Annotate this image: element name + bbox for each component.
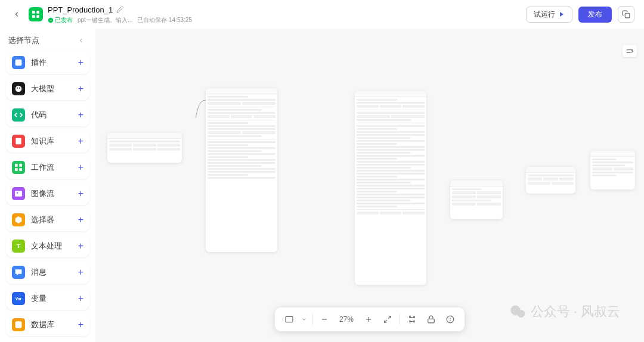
- add-node-button[interactable]: +: [78, 57, 83, 68]
- back-button[interactable]: [10, 7, 24, 21]
- node-item-message[interactable]: 消息 +: [6, 261, 89, 284]
- app-description: ppt一键生成。输入...: [78, 16, 132, 24]
- canvas-controls: 27%: [275, 307, 465, 331]
- svg-rect-14: [15, 168, 18, 171]
- lock-button[interactable]: [424, 312, 438, 327]
- zoom-in-button[interactable]: [361, 312, 376, 327]
- layout-button[interactable]: [282, 312, 296, 327]
- svg-marker-5: [560, 12, 564, 17]
- canvas[interactable]: 27% 公众号 · 风叔云: [95, 29, 644, 342]
- test-run-button[interactable]: 试运行: [526, 7, 572, 23]
- chevron-down-icon[interactable]: [301, 316, 307, 322]
- add-node-button[interactable]: +: [78, 136, 83, 147]
- svg-line-27: [388, 316, 391, 319]
- svg-rect-2: [32, 15, 35, 18]
- workflow-node-4[interactable]: [526, 167, 575, 194]
- node-label: 数据库: [31, 319, 78, 330]
- sidebar: 选择节点 插件 + 大模型 + 代码 + 知识库 + 工作流 +: [0, 29, 95, 342]
- svg-rect-15: [19, 168, 22, 171]
- help-button[interactable]: [443, 312, 457, 327]
- svg-point-32: [413, 321, 414, 322]
- svg-rect-12: [15, 164, 18, 167]
- text-icon: T: [12, 240, 25, 253]
- workflow-node-llm-2[interactable]: [355, 91, 426, 285]
- auto-layout-button[interactable]: [405, 312, 419, 327]
- node-item-llm[interactable]: 大模型 +: [6, 77, 89, 100]
- workflow-icon: [12, 161, 25, 174]
- workflow-nodes: [95, 29, 644, 342]
- node-item-workflow[interactable]: 工作流 +: [6, 156, 89, 179]
- selector-icon: [12, 213, 25, 226]
- node-item-text[interactable]: T 文本处理 +: [6, 235, 89, 257]
- svg-rect-0: [32, 11, 35, 14]
- add-node-button[interactable]: +: [78, 267, 83, 278]
- sidebar-title: 选择节点: [8, 35, 39, 46]
- workflow-node-start[interactable]: [107, 133, 182, 163]
- svg-point-9: [17, 88, 18, 89]
- node-label: 图像流: [31, 188, 78, 199]
- svg-rect-3: [36, 15, 39, 18]
- add-node-button[interactable]: +: [78, 110, 83, 120]
- svg-point-31: [409, 321, 410, 322]
- zoom-level: 27%: [336, 315, 357, 324]
- workflow-node-llm[interactable]: [206, 88, 277, 252]
- add-node-button[interactable]: +: [78, 214, 83, 225]
- svg-rect-11: [16, 138, 21, 145]
- svg-rect-16: [15, 191, 22, 196]
- svg-text:T: T: [17, 243, 20, 249]
- svg-rect-35: [428, 319, 435, 322]
- node-item-knowledge[interactable]: 知识库 +: [6, 130, 89, 153]
- workflow-node-end[interactable]: [590, 151, 635, 189]
- svg-rect-13: [19, 164, 22, 167]
- svg-point-38: [450, 321, 451, 321]
- node-label: 文本处理: [31, 241, 78, 251]
- node-label: 代码: [31, 110, 78, 120]
- node-label: 选择器: [31, 214, 78, 225]
- svg-point-17: [17, 192, 18, 194]
- add-node-button[interactable]: +: [78, 83, 83, 94]
- llm-icon: [12, 82, 25, 95]
- imageflow-icon: [12, 187, 25, 200]
- svg-point-29: [409, 316, 410, 318]
- knowledge-icon: [12, 135, 25, 148]
- add-node-button[interactable]: +: [78, 241, 83, 251]
- sub-row: 已发布 ppt一键生成。输入... 已自动保存 14:53:25: [48, 16, 192, 24]
- fit-view-button[interactable]: [380, 312, 395, 327]
- published-badge: 已发布: [48, 16, 73, 24]
- workflow-node-3[interactable]: [450, 181, 503, 219]
- title-block: PPT_Production_1 已发布 ppt一键生成。输入... 已自动保存…: [48, 5, 192, 24]
- plugin-icon: [12, 56, 25, 69]
- node-item-selector[interactable]: 选择器 +: [6, 209, 89, 231]
- node-item-plugin[interactable]: 插件 +: [6, 51, 89, 74]
- svg-point-8: [16, 86, 22, 92]
- svg-rect-7: [16, 60, 22, 66]
- node-label: 大模型: [31, 83, 78, 94]
- database-icon: [12, 318, 25, 331]
- add-node-button[interactable]: +: [78, 162, 83, 173]
- add-node-button[interactable]: +: [78, 188, 83, 199]
- copy-button[interactable]: [618, 6, 634, 23]
- node-item-imageflow[interactable]: 图像流 +: [6, 182, 89, 205]
- publish-button[interactable]: 发布: [578, 7, 612, 23]
- node-label: 知识库: [31, 136, 78, 147]
- svg-rect-23: [286, 316, 293, 322]
- node-item-code[interactable]: 代码 +: [6, 104, 89, 126]
- node-item-variable[interactable]: Var 变量 +: [6, 287, 89, 310]
- topbar: PPT_Production_1 已发布 ppt一键生成。输入... 已自动保存…: [0, 0, 644, 29]
- svg-rect-6: [625, 13, 630, 18]
- node-label: 变量: [31, 293, 78, 304]
- add-node-button[interactable]: +: [78, 319, 83, 330]
- add-node-button[interactable]: +: [78, 293, 83, 304]
- svg-point-30: [413, 316, 414, 318]
- node-label: 插件: [31, 57, 78, 68]
- svg-line-28: [385, 320, 387, 322]
- edit-icon[interactable]: [116, 5, 123, 15]
- app-icon: [29, 7, 43, 21]
- collapse-button[interactable]: [75, 35, 87, 46]
- svg-point-10: [19, 88, 20, 89]
- node-label: 工作流: [31, 162, 78, 173]
- node-list: 插件 + 大模型 + 代码 + 知识库 + 工作流 + 图像流 + 选择器 +: [6, 51, 89, 336]
- node-item-database[interactable]: 数据库 +: [6, 313, 89, 336]
- node-label: 消息: [31, 267, 78, 278]
- zoom-out-button[interactable]: [317, 312, 332, 327]
